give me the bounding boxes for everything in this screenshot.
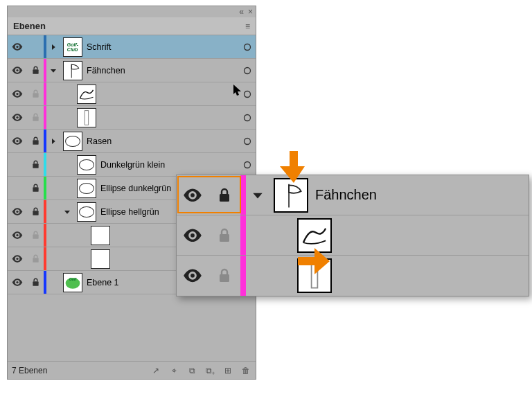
visibility-toggle[interactable]	[8, 278, 27, 286]
zoom-callout: Fähnchen	[176, 175, 529, 296]
svg-rect-27	[33, 258, 38, 263]
lock-toggle[interactable]	[27, 254, 44, 263]
svg-rect-24	[33, 234, 38, 239]
layer-name-label: Fähnchen	[312, 187, 377, 203]
lock-toggle[interactable]	[27, 207, 44, 216]
target-icon[interactable]	[239, 66, 256, 75]
svg-point-13	[16, 140, 18, 142]
layer-color-bar	[240, 256, 246, 296]
svg-rect-38	[220, 234, 229, 242]
lock-toggle[interactable]	[27, 184, 44, 193]
visibility-toggle[interactable]	[8, 208, 27, 215]
svg-point-5	[245, 67, 251, 73]
layer-row[interactable]: Golf-Club Schrift	[8, 35, 256, 59]
target-icon[interactable]	[239, 114, 256, 122]
lock-icon[interactable]	[209, 228, 240, 243]
layer-thumbnail	[77, 155, 96, 175]
tab-layers[interactable]: Ebenen	[13, 21, 46, 31]
visibility-icon[interactable]	[177, 229, 209, 242]
layer-indent	[46, 224, 74, 247]
layer-thumbnail	[63, 132, 82, 151]
svg-point-1	[245, 44, 251, 50]
cursor-icon	[233, 84, 242, 96]
locate-icon[interactable]: ⌖	[168, 366, 179, 375]
visibility-toggle[interactable]	[8, 66, 27, 74]
layer-thumbnail: Golf	[63, 273, 82, 292]
layer-thumbnail	[274, 178, 308, 213]
disclosure-icon[interactable]	[246, 188, 269, 202]
layer-row[interactable]	[8, 82, 256, 106]
visibility-toggle[interactable]	[8, 231, 27, 239]
visibility-toggle[interactable]	[8, 90, 27, 98]
lock-toggle[interactable]	[27, 278, 44, 287]
layer-name-label[interactable]: Dunkelgrün klein	[99, 160, 239, 170]
disclosure-toggle[interactable]	[46, 137, 60, 145]
export-icon[interactable]: ↗	[150, 366, 161, 375]
layer-thumbnail	[91, 249, 110, 269]
lock-toggle[interactable]	[27, 66, 44, 75]
arrow-right-icon	[298, 248, 330, 274]
panel-menu-icon[interactable]: ≡	[245, 21, 250, 31]
layer-row[interactable]: Dunkelgrün klein	[8, 153, 256, 177]
svg-rect-14	[33, 140, 38, 145]
svg-point-23	[16, 234, 18, 236]
svg-rect-3	[33, 69, 38, 74]
target-icon[interactable]	[239, 43, 256, 51]
svg-rect-11	[85, 110, 88, 125]
layer-thumbnail: Golf-Club	[63, 37, 82, 57]
new-layer-icon[interactable]: ⊞	[222, 366, 233, 375]
visibility-toggle[interactable]	[8, 43, 27, 51]
svg-text:Golf: Golf	[69, 277, 78, 281]
arrow-down-icon	[280, 151, 308, 183]
svg-point-8	[245, 91, 251, 97]
lock-toggle[interactable]	[27, 89, 44, 98]
svg-point-12	[245, 114, 251, 121]
lock-toggle[interactable]	[27, 136, 44, 145]
layer-indent	[46, 153, 60, 176]
layer-thumbnail	[77, 202, 96, 222]
svg-point-39	[190, 274, 195, 278]
visibility-toggle[interactable]	[8, 137, 27, 145]
layer-row[interactable]: Rasen	[8, 130, 256, 153]
svg-rect-7	[33, 93, 38, 98]
lock-toggle[interactable]	[27, 231, 44, 240]
svg-point-37	[190, 233, 195, 238]
svg-point-9	[16, 116, 18, 118]
zoom-row	[177, 256, 529, 296]
layer-name-label[interactable]: Rasen	[85, 136, 239, 146]
layer-thumbnail	[297, 218, 332, 253]
layer-color-bar	[240, 215, 246, 255]
clip-icon[interactable]: ⧉	[186, 366, 197, 375]
lock-icon[interactable]	[209, 268, 240, 283]
layer-thumbnail	[63, 61, 82, 80]
visibility-toggle[interactable]	[8, 114, 27, 121]
lock-toggle[interactable]	[27, 113, 44, 122]
svg-point-2	[16, 69, 18, 71]
collapse-icon[interactable]: «	[239, 7, 244, 17]
layer-name-label[interactable]: Schrift	[85, 42, 239, 52]
visibility-icon[interactable]	[177, 269, 209, 283]
panel-titlebar: « ×	[8, 6, 256, 17]
disclosure-toggle[interactable]	[60, 208, 74, 216]
layer-row[interactable]	[8, 106, 256, 130]
visibility-toggle[interactable]	[8, 255, 27, 263]
svg-rect-18	[33, 187, 38, 192]
svg-point-26	[16, 258, 18, 260]
new-sublayer-icon[interactable]: ⧉₊	[204, 366, 215, 375]
trash-icon[interactable]: 🗑	[240, 366, 251, 375]
disclosure-toggle[interactable]	[46, 66, 60, 75]
panel-tabrow: Ebenen ≡	[8, 17, 256, 35]
target-icon[interactable]	[239, 161, 256, 169]
disclosure-toggle[interactable]	[46, 43, 60, 51]
svg-point-0	[16, 46, 18, 48]
close-icon[interactable]: ×	[248, 7, 253, 17]
visibility-icon[interactable]	[177, 188, 209, 202]
layer-name-label[interactable]: Fähnchen	[85, 66, 239, 76]
layer-indent	[46, 106, 60, 129]
lock-icon[interactable]	[209, 188, 240, 203]
lock-toggle[interactable]	[27, 160, 44, 169]
layer-row[interactable]: Fähnchen	[8, 59, 256, 82]
target-icon[interactable]	[239, 137, 256, 145]
layer-thumbnail	[77, 85, 96, 104]
layer-thumbnail	[91, 226, 110, 245]
